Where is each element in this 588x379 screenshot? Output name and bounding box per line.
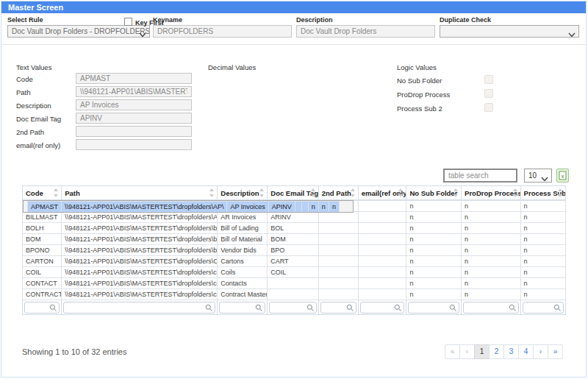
section-divider: [1, 44, 586, 45]
filter-input-path[interactable]: [63, 302, 215, 314]
table-row[interactable]: CONTACT\\948121-APP01\ABIS\MASTERTEST\dr…: [23, 278, 566, 289]
page-4-button[interactable]: 4: [518, 344, 534, 359]
email-ref-only-label: email(ref only): [16, 141, 60, 149]
cell: n: [406, 212, 462, 223]
cell: COIL: [23, 267, 62, 278]
cell: n: [520, 201, 565, 212]
cell: BOM: [23, 234, 62, 245]
cell: ARINV: [268, 212, 318, 223]
cell: Coils: [218, 267, 268, 278]
code-label: Code: [16, 75, 33, 83]
chevron-down-icon: [541, 173, 548, 183]
cell: n: [462, 278, 521, 289]
master-table: CodePathDescriptionDoc Email Tag2nd Path…: [22, 185, 566, 315]
table-search-input[interactable]: [443, 169, 517, 183]
keyname-label: Keyname: [153, 16, 182, 24]
path-label: Path: [16, 88, 31, 96]
column-header-2nd-path[interactable]: 2nd Path: [318, 186, 358, 200]
page-next-button[interactable]: ›: [533, 344, 548, 359]
page-size-select[interactable]: 10: [524, 169, 552, 183]
cell: n: [462, 223, 521, 234]
cell: [295, 202, 301, 213]
email-ref-only-input[interactable]: [76, 139, 192, 150]
process-sub-2-checkbox[interactable]: [484, 103, 493, 112]
cell: CONTRACT: [23, 289, 62, 300]
duplicate-check-dropdown[interactable]: [440, 25, 579, 38]
select-rule-value: Doc Vault Drop Folders - DROPFOLDERS: [12, 27, 150, 35]
column-header-doc-email-tag[interactable]: Doc Email Tag: [268, 186, 318, 200]
table-row[interactable]: COIL\\948121-APP01\ABIS\MASTERTEST\dropf…: [23, 267, 566, 278]
logic-values-header: Logic Values: [397, 63, 437, 71]
cell: [318, 289, 358, 300]
sort-icon: [398, 188, 404, 197]
excel-export-icon: x: [559, 171, 567, 180]
table-row[interactable]: APMAST\\948121-APP01\ABIS\MASTERTEST\dro…: [23, 200, 354, 213]
cell: n: [406, 245, 462, 256]
no-sub-folder-label: No Sub Folder: [397, 77, 442, 85]
cell: n: [520, 289, 565, 300]
description-input[interactable]: [296, 25, 435, 38]
search-icon: [394, 304, 402, 312]
search-icon: [306, 304, 315, 312]
cell: CART: [268, 256, 318, 267]
cell: [318, 267, 358, 278]
excel-export-button[interactable]: x: [556, 169, 569, 183]
column-header-description[interactable]: Description: [218, 186, 268, 200]
cell: [318, 278, 358, 289]
search-icon: [49, 304, 57, 312]
cell: [358, 245, 406, 256]
column-header-process-sub-2[interactable]: Process Sub 2: [520, 186, 565, 200]
cell: \\948121-APP01\ABIS\MASTERTEST\dropfolde…: [62, 234, 218, 245]
table-row[interactable]: BPONO\\948121-APP01\ABIS\MASTERTEST\drop…: [23, 245, 566, 256]
column-header-no-sub-folder[interactable]: No Sub Folder: [406, 186, 462, 200]
table-row[interactable]: BOLH\\948121-APP01\ABIS\MASTERTEST\dropf…: [23, 223, 566, 234]
table-row[interactable]: BOM\\948121-APP01\ABIS\MASTERTEST\dropfo…: [23, 234, 566, 245]
description-field-input[interactable]: [76, 99, 192, 110]
column-header-code[interactable]: Code: [23, 186, 62, 200]
table-row[interactable]: CARTON\\948121-APP01\ABIS\MASTERTEST\dro…: [23, 256, 566, 267]
prodrop-process-checkbox[interactable]: [484, 89, 493, 98]
cell: Vendor Bids: [218, 245, 268, 256]
cell: n: [318, 202, 329, 213]
path-input[interactable]: [76, 86, 192, 97]
page-1-button[interactable]: 1: [474, 344, 490, 359]
table-row[interactable]: BILLMAST\\948121-APP01\ABIS\MASTERTEST\d…: [23, 212, 566, 223]
column-header-prodrop-process[interactable]: ProDrop Process: [462, 186, 521, 200]
cell: n: [406, 201, 462, 212]
column-header-email-ref-only[interactable]: email(ref only): [358, 186, 406, 200]
cell: BOL: [268, 223, 318, 234]
cell: CONTACT: [23, 278, 62, 289]
page-prev-button[interactable]: ‹: [459, 344, 475, 359]
column-header-path[interactable]: Path: [62, 186, 218, 200]
key-first-checkbox[interactable]: [124, 18, 132, 26]
cell: Cartons: [218, 256, 268, 267]
cell: n: [462, 256, 521, 267]
decimal-values-header: Decimal Values: [208, 63, 256, 71]
page-first-button[interactable]: «: [445, 344, 460, 359]
doc-email-tag-input[interactable]: [76, 113, 192, 124]
sort-icon: [311, 188, 316, 197]
cell: n: [462, 267, 521, 278]
page-2-button[interactable]: 2: [489, 344, 504, 359]
description-label: Description: [296, 16, 333, 24]
sort-icon: [209, 188, 215, 197]
cell: BOLH: [23, 223, 62, 234]
cell: [358, 201, 406, 212]
cell: Contract Master: [218, 289, 268, 300]
cell: \\948121-APP01\ABIS\MASTERTEST\dropfolde…: [62, 267, 218, 278]
page-size-value: 10: [528, 171, 537, 180]
select-rule-dropdown[interactable]: Doc Vault Drop Folders - DROPFOLDERS: [7, 25, 150, 38]
code-input[interactable]: [76, 73, 192, 84]
page-3-button[interactable]: 3: [503, 344, 519, 359]
cell: n: [520, 223, 565, 234]
cell: n: [406, 278, 462, 289]
sort-icon: [351, 188, 356, 197]
cell: [358, 278, 406, 289]
no-sub-folder-checkbox[interactable]: [484, 75, 493, 84]
page-last-button[interactable]: »: [548, 344, 563, 359]
keyname-input[interactable]: [153, 25, 292, 38]
page-title: Master Screen: [1, 1, 586, 13]
cell: Bill of Lading: [218, 223, 268, 234]
second-path-input[interactable]: [76, 126, 192, 137]
table-row[interactable]: CONTRACT\\948121-APP01\ABIS\MASTERTEST\d…: [23, 289, 566, 300]
